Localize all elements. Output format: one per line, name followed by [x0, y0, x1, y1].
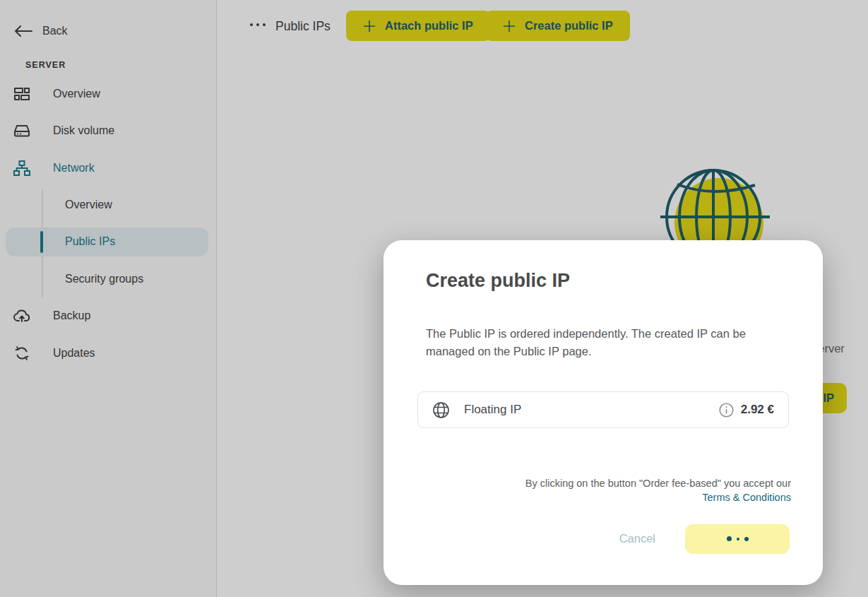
- cancel-button[interactable]: Cancel: [619, 532, 655, 545]
- modal-title: Create public IP: [426, 270, 570, 292]
- modal-actions: Cancel: [619, 524, 790, 554]
- modal-description: The Public IP is ordered independently. …: [426, 325, 785, 360]
- app-root: Back SERVER Overview: [0, 0, 868, 597]
- loading-dot: [744, 537, 749, 541]
- terms-conditions-link[interactable]: Terms & Conditions: [702, 492, 791, 503]
- terms-sentence: By clicking on the button "Order fee-bas…: [525, 478, 791, 489]
- ip-type-label: Floating IP: [464, 403, 521, 417]
- ip-type-select[interactable]: Floating IP 2.92 €: [417, 391, 789, 428]
- create-public-ip-modal: Create public IP The Public IP is ordere…: [384, 240, 823, 585]
- info-icon[interactable]: [719, 403, 734, 418]
- terms-text: By clicking on the button "Order fee-bas…: [487, 476, 791, 504]
- loading-dot: [727, 536, 732, 541]
- loading-dot: [737, 538, 739, 540]
- globe-icon: [432, 401, 450, 419]
- ip-price: 2.92 €: [741, 403, 774, 417]
- order-fee-based-button-loading[interactable]: [685, 524, 790, 554]
